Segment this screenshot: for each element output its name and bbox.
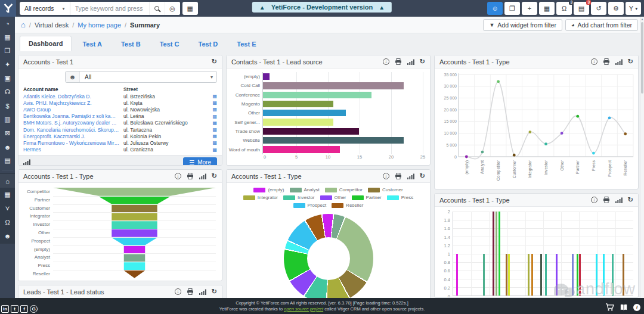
bar-1[interactable] <box>483 254 485 296</box>
record-grid-icon[interactable]: ▦ <box>212 147 217 153</box>
notifications-button[interactable]: Ω3 <box>556 2 572 15</box>
funnel-segment-6[interactable] <box>53 238 216 245</box>
breadcrumb-virtual-desk[interactable]: Virtual desk <box>35 21 69 29</box>
sidebar-item-company[interactable]: ▦ <box>0 188 15 201</box>
organization-button[interactable]: ▦ <box>539 2 555 15</box>
account-name-link[interactable]: Bentkowska Joanna. Pamiątki z soli kamie… <box>23 113 123 119</box>
data-point-2[interactable] <box>497 80 500 83</box>
funnel-segment-2[interactable] <box>53 205 216 213</box>
data-point-4[interactable] <box>528 130 531 133</box>
advanced-search-button[interactable]: ◎ <box>165 2 180 15</box>
legend-item-5[interactable]: Investor <box>283 195 314 200</box>
record-grid-icon[interactable]: ▦ <box>212 100 217 105</box>
chart-bars-icon[interactable] <box>615 197 623 203</box>
history-button[interactable]: ↺ <box>591 2 606 15</box>
bar-10[interactable] <box>545 254 547 296</box>
bar-6[interactable] <box>508 254 510 296</box>
more-button[interactable]: ☰ More <box>183 157 217 166</box>
refresh-icon[interactable]: ↻ <box>212 58 217 66</box>
bar-1[interactable] <box>263 82 404 89</box>
funnel-segment-7[interactable] <box>53 246 216 254</box>
chart-bars-icon[interactable] <box>407 59 414 65</box>
bar-4[interactable] <box>263 110 346 116</box>
tab-dashboard[interactable]: Dashboard <box>20 36 72 51</box>
data-point-6[interactable] <box>561 132 564 135</box>
refresh-icon[interactable]: ↻ <box>212 172 217 180</box>
user-menu-button[interactable]: Y ▾ <box>626 2 641 15</box>
settings-button[interactable]: ⚙ <box>608 2 624 15</box>
sidebar-item-profile[interactable]: ☻ <box>0 229 15 243</box>
bar-13[interactable] <box>577 254 578 296</box>
data-point-10[interactable] <box>624 132 627 135</box>
print-icon[interactable] <box>395 173 402 179</box>
sidebar-item-companies[interactable]: ▦ <box>0 30 15 44</box>
record-grid-icon[interactable]: ▦ <box>212 107 217 112</box>
bar-8[interactable] <box>263 146 340 153</box>
chart-bars-icon[interactable] <box>199 173 206 179</box>
data-point-1[interactable] <box>481 151 484 154</box>
sidebar-item-filters[interactable]: ⋎ <box>0 201 15 215</box>
tab-test-e[interactable]: Test E <box>228 37 264 51</box>
sidebar-item-home[interactable]: ⌂ <box>0 174 15 188</box>
bar-0[interactable] <box>456 254 458 296</box>
bar-8[interactable] <box>531 254 533 296</box>
bar-2[interactable] <box>493 212 494 296</box>
chat-button[interactable]: ☺ <box>487 2 503 15</box>
data-point-0[interactable] <box>465 156 468 158</box>
print-icon[interactable] <box>603 58 610 65</box>
donut-chart[interactable] <box>284 214 373 298</box>
bar-0[interactable] <box>263 73 270 80</box>
bar-4[interactable] <box>499 212 500 296</box>
tab-test-a[interactable]: Test A <box>74 37 110 51</box>
account-name-link[interactable]: Dom. Kancelaria nieruchomości. Skorupka … <box>23 127 123 133</box>
legend-item-1[interactable]: Analyst <box>290 187 320 192</box>
refresh-icon[interactable]: ↻ <box>628 196 633 204</box>
legend-item-3[interactable]: Customer <box>368 187 403 192</box>
data-point-5[interactable] <box>544 142 547 145</box>
tab-test-c[interactable]: Test C <box>151 37 188 51</box>
bar-11[interactable] <box>556 254 558 296</box>
data-point-7[interactable] <box>576 115 579 118</box>
legend-item-2[interactable]: Competitor <box>325 187 363 192</box>
bar-2[interactable] <box>263 92 371 98</box>
chart-bars-icon[interactable] <box>407 173 414 179</box>
legend-item-8[interactable]: Press <box>387 195 413 200</box>
legend-item-10[interactable]: Reseller <box>332 203 363 208</box>
chart-bars-icon[interactable] <box>23 159 30 165</box>
sidebar-item-database[interactable]: ▤ <box>0 154 15 167</box>
bar-12[interactable] <box>572 254 574 296</box>
account-name-link[interactable]: Energoprofit. Kaczmarski J. <box>23 133 123 139</box>
bar-15[interactable] <box>596 254 597 296</box>
bar-14[interactable] <box>579 254 581 296</box>
yetiforce-logo[interactable] <box>0 0 16 17</box>
refresh-icon[interactable]: ↻ <box>420 58 425 66</box>
account-name-link[interactable]: Hermes <box>23 147 123 153</box>
legend-item-0[interactable]: (empty) <box>253 187 284 192</box>
bar-17[interactable] <box>612 254 614 296</box>
sidebar-item-notifications[interactable]: Ω <box>0 215 15 229</box>
add-widget-button[interactable]: ▼ Add widget from filter <box>483 19 562 31</box>
record-grid-icon[interactable]: ▦ <box>212 127 217 132</box>
vertical-scrollbar[interactable]: ▲ <box>640 17 644 298</box>
scrollbar-thumb[interactable] <box>641 22 643 94</box>
legend-item-4[interactable]: Integrator <box>243 195 278 200</box>
funnel-segment-4[interactable] <box>53 221 216 229</box>
account-name-link[interactable]: Atlantis Kielce. Dobrzyńska D. <box>23 94 123 100</box>
bar-3[interactable] <box>496 212 497 296</box>
bar-5[interactable] <box>506 254 507 296</box>
search-scope-select[interactable]: All records ▾ <box>20 2 70 15</box>
download-icon[interactable]: ↓ <box>591 58 597 65</box>
tab-test-b[interactable]: Test B <box>113 37 149 51</box>
funnel-segment-5[interactable] <box>53 229 216 237</box>
funnel-segment-9[interactable] <box>53 262 216 270</box>
funnel-segment-0[interactable] <box>53 188 216 196</box>
account-name-link[interactable]: BMH Motors. S.j. Autoryzowany dealer Nis… <box>23 120 123 126</box>
legend-item-6[interactable]: Other <box>320 195 346 200</box>
sidebar-item-finance[interactable]: $ <box>0 99 15 113</box>
sidebar-item-dashboard[interactable]: ◔ <box>0 17 15 30</box>
sidebar-item-organization[interactable]: ▥ <box>0 113 15 126</box>
quick-menu-button[interactable]: ▦ <box>182 2 198 15</box>
tags-button[interactable]: ❐ <box>504 2 520 15</box>
tab-test-d[interactable]: Test D <box>190 37 227 51</box>
download-icon[interactable]: ↓ <box>383 58 389 65</box>
